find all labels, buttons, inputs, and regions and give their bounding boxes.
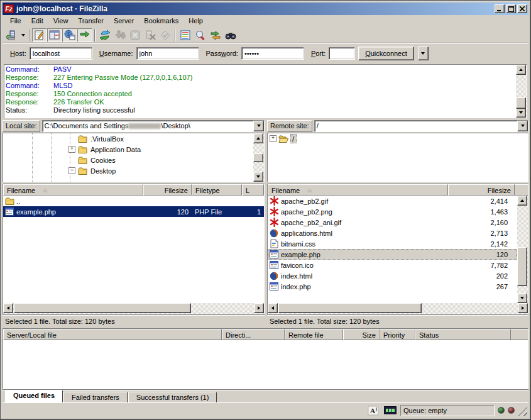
file-row[interactable]: index.php267 [268, 281, 517, 292]
menu-help[interactable]: Help [183, 16, 208, 26]
tab-successful-transfers-1-[interactable]: Successful transfers (1) [128, 392, 217, 402]
scroll-thumb[interactable] [14, 303, 191, 313]
menu-file[interactable]: File [5, 16, 26, 26]
menu-bookmarks[interactable]: Bookmarks [139, 16, 183, 26]
quickconnect-button[interactable]: Quickconnect [358, 47, 414, 60]
refresh-icon[interactable] [97, 28, 112, 42]
titlebar[interactable]: Fz john@localhost - FileZilla [3, 3, 528, 15]
column-header-size[interactable]: Size [343, 329, 380, 340]
scroll-down-button[interactable] [253, 172, 263, 182]
scroll-down-button[interactable] [517, 293, 527, 303]
column-header-filesize[interactable]: Filesize [448, 184, 515, 196]
menu-view[interactable]: View [48, 16, 74, 26]
expand-icon[interactable]: + [270, 135, 276, 142]
scroll-right-button[interactable] [518, 303, 528, 313]
file-row[interactable]: .. [3, 196, 264, 206]
toggle-remote-tree-icon[interactable] [62, 28, 77, 42]
username-input[interactable] [136, 47, 199, 60]
scroll-up-button[interactable] [517, 196, 527, 206]
tree-item[interactable]: Cookies [3, 155, 253, 165]
remote-site-combo[interactable]: / [314, 120, 528, 132]
speed-limit-icon[interactable] [383, 405, 397, 416]
toggle-local-tree-icon[interactable] [47, 28, 62, 42]
scroll-thumb[interactable] [278, 303, 422, 313]
local-file-list: FilenameFilesizeFiletypeL ..example.php1… [3, 184, 265, 314]
column-header-priority[interactable]: Priority [380, 329, 415, 340]
column-header-filename[interactable]: Filename [268, 184, 448, 196]
quickconnect-dropdown-icon[interactable] [418, 47, 429, 60]
scroll-down-button[interactable] [516, 108, 526, 118]
log-scrollbar[interactable] [516, 65, 527, 118]
scroll-thumb[interactable] [516, 97, 526, 109]
password-input[interactable] [241, 47, 304, 60]
expand-icon[interactable]: + [68, 146, 75, 153]
toggle-message-log-icon[interactable] [32, 28, 47, 42]
port-input[interactable] [329, 47, 355, 60]
column-header-label: Status [419, 331, 439, 339]
file-row[interactable]: favicon.ico7,782 [268, 260, 517, 270]
tab-queued-files[interactable]: Queued files [5, 390, 63, 402]
column-header-filename[interactable]: Filename [3, 184, 143, 196]
maximize-button[interactable] [506, 4, 516, 13]
scroll-left-button[interactable] [268, 303, 278, 313]
column-header-label: Remote file [288, 331, 324, 339]
scroll-up-button[interactable] [253, 133, 263, 143]
scroll-left-button[interactable] [3, 303, 13, 313]
remote-list-hscrollbar[interactable] [268, 303, 528, 314]
column-header-filetype[interactable]: Filetype [192, 184, 242, 196]
apache-icon [269, 207, 279, 216]
minimize-button[interactable] [495, 4, 505, 13]
log-line-text: 227 Entering Passive Mode (127,0,0,1,6,1… [53, 74, 192, 82]
file-row[interactable]: bitnami.css2,142 [268, 238, 517, 249]
scroll-thumb[interactable] [517, 247, 527, 286]
close-button[interactable] [517, 4, 527, 13]
remote-site-dropdown-icon[interactable] [517, 121, 528, 131]
column-header-serverlocalfile[interactable]: Server/Local file [3, 329, 222, 340]
column-header-status[interactable]: Status [415, 329, 511, 340]
synchronized-browsing-icon[interactable] [223, 28, 238, 42]
folder-icon [77, 166, 87, 175]
scroll-thumb[interactable] [253, 153, 263, 162]
file-row[interactable]: example.php120 [268, 249, 517, 260]
tab-failed-transfers[interactable]: Failed transfers [63, 392, 128, 402]
scroll-up-button[interactable] [516, 65, 526, 75]
tree-item[interactable]: +Application Data [3, 144, 253, 155]
firefox-icon [269, 271, 279, 280]
filter-icon[interactable] [178, 28, 193, 42]
file-row[interactable]: index.html202 [268, 270, 517, 281]
local-site-combo[interactable]: C:\Documents and Settings\Desktop\ [42, 120, 265, 132]
site-manager-icon[interactable] [4, 28, 19, 42]
column-header-directi[interactable]: Directi... [222, 329, 285, 340]
local-list-hscrollbar[interactable] [3, 303, 264, 314]
tree-item[interactable]: .VirtualBox [3, 133, 253, 144]
toggle-transfer-queue-icon[interactable] [77, 28, 92, 42]
tree-item[interactable]: −Desktop [3, 165, 253, 176]
menu-transfer[interactable]: Transfer [73, 16, 109, 26]
menu-edit[interactable]: Edit [26, 16, 48, 26]
column-header-filesize[interactable]: Filesize [143, 184, 192, 196]
remote-list-vscrollbar[interactable] [517, 196, 528, 303]
remote-site-label: Remote site: [267, 120, 312, 132]
data-type-indicator-icon[interactable]: A [366, 405, 380, 416]
file-row[interactable]: apache_pb2_ani.gif2,160 [268, 217, 517, 228]
file-search-icon[interactable] [193, 28, 208, 42]
menu-server[interactable]: Server [109, 16, 139, 26]
scroll-right-button[interactable] [254, 303, 264, 313]
site-manager-dropdown-icon[interactable] [19, 28, 27, 42]
file-row[interactable]: applications.html2,713 [268, 228, 517, 238]
directory-comparison-icon[interactable] [208, 28, 223, 42]
column-header-l[interactable]: L [242, 184, 264, 196]
collapse-icon[interactable]: − [68, 167, 75, 174]
filename-text: favicon.ico [281, 262, 314, 269]
host-input[interactable] [30, 47, 92, 60]
file-row[interactable]: apache_pb2.gif2,414 [268, 196, 517, 206]
tree-item[interactable]: +/ [268, 133, 528, 144]
resize-grip[interactable] [518, 407, 527, 416]
column-header-remotefile[interactable]: Remote file [285, 329, 343, 340]
file-row[interactable]: apache_pb2.png1,463 [268, 206, 517, 217]
queue-tabs: Queued filesFailed transfersSuccessful t… [3, 389, 528, 402]
file-row[interactable]: example.php120PHP File1 [3, 206, 264, 217]
local-tree-scrollbar[interactable] [253, 133, 264, 182]
local-site-dropdown-icon[interactable] [253, 121, 264, 131]
column-header-label: Priority [383, 331, 405, 339]
